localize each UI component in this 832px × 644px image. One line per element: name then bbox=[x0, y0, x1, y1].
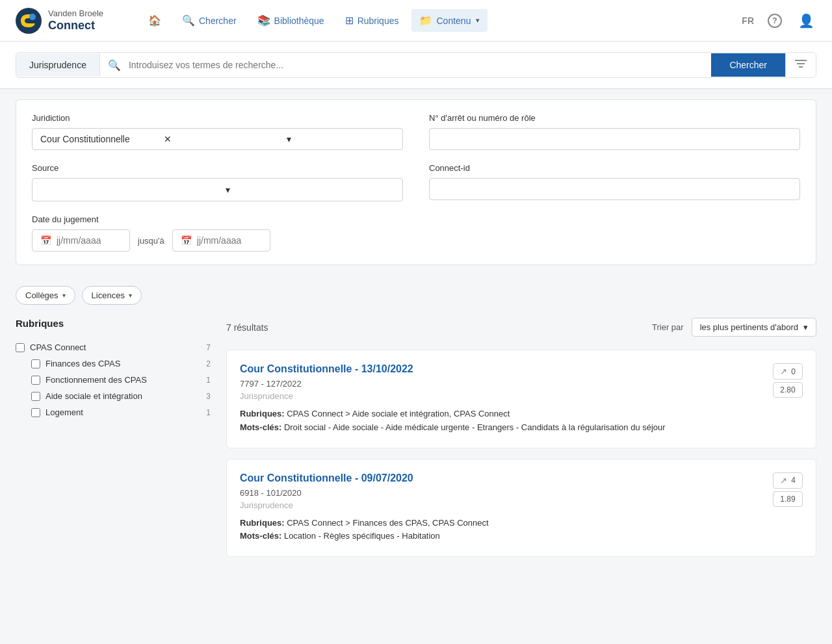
rubriques-label-2: Rubriques: bbox=[240, 518, 287, 528]
calendar-from-icon: 📅 bbox=[40, 235, 51, 246]
logement-label[interactable]: Logement bbox=[46, 407, 201, 417]
logo-top: Vanden Broele bbox=[48, 8, 103, 19]
nav-contenu[interactable]: 📁 Contenu ▾ bbox=[411, 9, 488, 32]
logo-bottom: Connect bbox=[48, 19, 103, 33]
connect-id-group: Connect-id bbox=[429, 163, 800, 201]
sidebar-item-aide-sociale: Aide sociale et intégration 3 bbox=[16, 388, 211, 404]
colleges-pill[interactable]: Collèges ▾ bbox=[16, 286, 75, 305]
cpas-connect-checkbox[interactable] bbox=[16, 343, 25, 352]
search-tab-jurisprudence[interactable]: Jurisprudence bbox=[16, 53, 100, 77]
fonctionnement-checkbox[interactable] bbox=[31, 376, 40, 385]
result-2-badge-views: ↗ 4 bbox=[773, 472, 803, 489]
nav-home[interactable]: 🏠 bbox=[140, 9, 169, 32]
arret-group: N° d'arrêt ou numéro de rôle bbox=[429, 113, 800, 150]
source-select[interactable]: ▾ bbox=[32, 178, 403, 201]
result-content-1: ↗ 0 2.80 Cour Constitutionnelle - 13/10/… bbox=[240, 363, 803, 435]
result-badges-2: ↗ 4 1.89 bbox=[773, 472, 803, 507]
sort-value: les plus pertinents d'abord bbox=[700, 322, 798, 332]
result-1-badge-views: ↗ 0 bbox=[773, 363, 803, 380]
result-badges-1: ↗ 0 2.80 bbox=[773, 363, 803, 398]
rubriques-label-1: Rubriques: bbox=[240, 409, 287, 419]
library-icon: 📚 bbox=[257, 14, 270, 27]
lang-button[interactable]: FR bbox=[742, 16, 754, 26]
mots-cles-label-1: Mots-clés: bbox=[240, 422, 284, 432]
result-1-title[interactable]: Cour Constitutionnelle - 13/10/2022 bbox=[240, 363, 803, 375]
sidebar-item-logement: Logement 1 bbox=[16, 404, 211, 420]
source-chevron-icon: ▾ bbox=[218, 179, 403, 200]
result-1-rubriques: CPAS Connect > Aide sociale et intégrati… bbox=[287, 409, 510, 419]
header: Vanden Broele Connect 🏠 🔍 Chercher 📚 Bib… bbox=[0, 0, 832, 42]
source-label: Source bbox=[32, 163, 403, 173]
nav-bibliotheque-label: Bibliothèque bbox=[274, 16, 324, 26]
cpas-connect-count: 7 bbox=[206, 343, 211, 352]
result-2-ref: 6918 - 101/2020 bbox=[240, 488, 803, 498]
aide-sociale-label[interactable]: Aide sociale et intégration bbox=[46, 391, 201, 401]
fonctionnement-label[interactable]: Fonctionnement des CPAS bbox=[46, 375, 201, 385]
result-card-1: ↗ 0 2.80 Cour Constitutionnelle - 13/10/… bbox=[226, 350, 816, 448]
result-2-type: Jurisprudence bbox=[240, 500, 803, 510]
user-button[interactable]: 👤 bbox=[796, 10, 816, 31]
nav-rubriques[interactable]: ⊞ Rubriques bbox=[337, 9, 407, 32]
colleges-pill-label: Collèges bbox=[25, 290, 58, 300]
main-grid: Rubriques CPAS Connect 7 Finances des CP… bbox=[16, 318, 816, 567]
juridiction-clear-button[interactable]: ✕ bbox=[156, 129, 280, 149]
logo-text: Vanden Broele Connect bbox=[48, 8, 103, 32]
aide-sociale-checkbox[interactable] bbox=[31, 392, 40, 401]
juridiction-label: Juridiction bbox=[32, 113, 403, 123]
date-to-input[interactable] bbox=[197, 235, 262, 246]
juridiction-group: Juridiction Cour Constitutionnelle ✕ ▾ bbox=[32, 113, 403, 150]
search-nav-icon: 🔍 bbox=[182, 14, 195, 27]
date-from-input[interactable] bbox=[57, 235, 122, 246]
help-icon: ? bbox=[768, 14, 782, 28]
svg-point-1 bbox=[29, 14, 36, 20]
chart-icon-2: ↗ bbox=[780, 476, 787, 485]
finances-count: 2 bbox=[206, 359, 211, 368]
result-1-type: Jurisprudence bbox=[240, 391, 803, 401]
result-1-badge-score: 2.80 bbox=[773, 382, 803, 398]
folder-icon: 📁 bbox=[419, 14, 432, 27]
nav-bibliotheque[interactable]: 📚 Bibliothèque bbox=[250, 9, 332, 32]
results-count: 7 résultats bbox=[226, 322, 644, 333]
finances-checkbox[interactable] bbox=[31, 359, 40, 368]
nav-contenu-label: Contenu bbox=[436, 16, 471, 26]
juridiction-chevron-icon: ▾ bbox=[279, 129, 402, 149]
licences-chevron-icon: ▾ bbox=[129, 292, 132, 299]
juridiction-value: Cour Constitutionnelle bbox=[32, 129, 156, 149]
aide-sociale-count: 3 bbox=[206, 392, 211, 401]
licences-pill[interactable]: Licences ▾ bbox=[82, 286, 142, 305]
colleges-chevron-icon: ▾ bbox=[62, 292, 66, 299]
nav-chercher[interactable]: 🔍 Chercher bbox=[174, 9, 244, 32]
chart-icon-1: ↗ bbox=[780, 367, 787, 376]
search-button[interactable]: Chercher bbox=[711, 53, 785, 77]
connect-id-input[interactable] bbox=[429, 178, 800, 200]
connect-id-label: Connect-id bbox=[429, 163, 800, 173]
cpas-connect-label[interactable]: CPAS Connect bbox=[30, 342, 201, 352]
nav-rubriques-label: Rubriques bbox=[358, 16, 399, 26]
logo: Vanden Broele Connect bbox=[16, 8, 120, 34]
filter-toggle-button[interactable] bbox=[785, 53, 816, 77]
arret-label: N° d'arrêt ou numéro de rôle bbox=[429, 113, 800, 123]
help-button[interactable]: ? bbox=[764, 10, 785, 31]
arret-input[interactable] bbox=[429, 128, 800, 150]
sort-select[interactable]: les plus pertinents d'abord ▾ bbox=[692, 318, 816, 337]
search-icon: 🔍 bbox=[100, 59, 129, 71]
finances-label[interactable]: Finances des CPAS bbox=[46, 359, 201, 368]
juridiction-select[interactable]: Cour Constitutionnelle ✕ ▾ bbox=[32, 128, 403, 150]
logement-checkbox[interactable] bbox=[31, 408, 40, 417]
search-section: Jurisprudence 🔍 Chercher bbox=[0, 42, 832, 89]
sort-label: Trier par bbox=[652, 322, 684, 332]
result-content-2: ↗ 4 1.89 Cour Constitutionnelle - 09/07/… bbox=[240, 472, 803, 544]
result-2-rubriques: CPAS Connect > Finances des CPAS, CPAS C… bbox=[287, 518, 488, 528]
filters-grid: Juridiction Cour Constitutionnelle ✕ ▾ N… bbox=[32, 113, 800, 251]
result-2-badge-score-value: 1.89 bbox=[780, 495, 795, 504]
logo-icon bbox=[16, 8, 42, 34]
user-icon: 👤 bbox=[798, 13, 814, 29]
result-2-title[interactable]: Cour Constitutionnelle - 09/07/2020 bbox=[240, 472, 803, 484]
filter-icon bbox=[795, 59, 807, 68]
home-icon: 🏠 bbox=[148, 14, 161, 27]
date-from-wrap: 📅 bbox=[32, 229, 130, 251]
contenu-chevron-icon: ▾ bbox=[476, 16, 480, 25]
results-area: 7 résultats Trier par les plus pertinent… bbox=[226, 318, 816, 567]
search-input[interactable] bbox=[129, 53, 711, 77]
logement-count: 1 bbox=[206, 408, 211, 417]
